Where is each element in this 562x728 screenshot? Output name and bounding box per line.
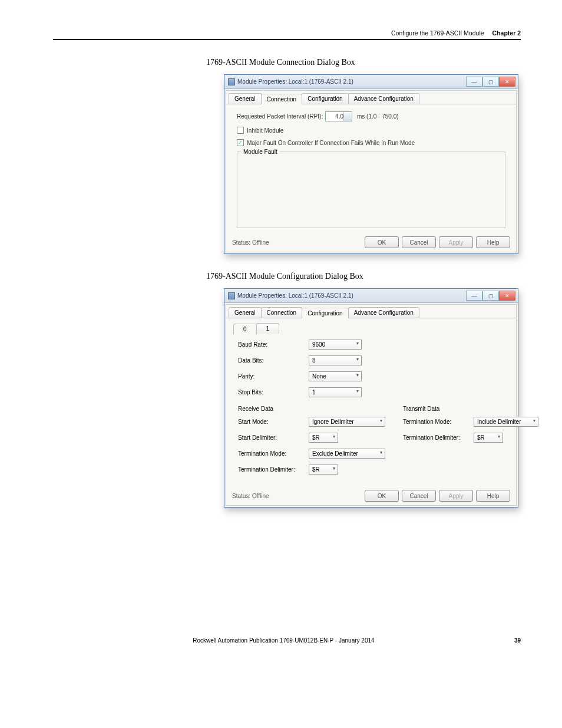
startmode-value: Ignore Delimiter	[312, 419, 354, 425]
titlebar-2[interactable]: Module Properties: Local:1 (1769-ASCII 2…	[224, 289, 518, 303]
configuration-dialog: Module Properties: Local:1 (1769-ASCII 2…	[224, 288, 518, 508]
rx-termmode-value: Exclude Delimiter	[312, 450, 358, 457]
cancel-button-2[interactable]: Cancel	[402, 490, 436, 502]
tx-termdelim-label: Termination Delimiter:	[403, 434, 474, 441]
page-header: Configure the 1769-ASCII Module Chapter …	[53, 29, 521, 40]
close-button[interactable]: ✕	[499, 77, 515, 87]
tab-strip-2: General Connection Configuration Advance…	[226, 305, 516, 318]
tx-termmode-select[interactable]: Include Delimiter	[474, 417, 538, 427]
tab-advance[interactable]: Advance Configuration	[348, 93, 419, 104]
apply-button[interactable]: Apply	[439, 236, 473, 248]
startmode-select[interactable]: Ignore Delimiter	[309, 417, 385, 427]
rx-termdelim-value: $R	[312, 466, 320, 473]
figure2-title: 1769-ASCII Module Configuration Dialog B…	[206, 272, 521, 281]
receive-header: Receive Data	[238, 406, 385, 412]
startdelim-value: $R	[312, 434, 320, 441]
header-chapter: Chapter 2	[492, 29, 521, 37]
databits-value: 8	[312, 357, 316, 364]
rpi-label: Requested Packet Interval (RPI):	[237, 113, 325, 120]
app-icon	[228, 292, 235, 299]
minimize-button-2[interactable]: —	[466, 291, 482, 301]
modulefault-legend: Module Fault	[241, 149, 280, 155]
modulefault-group: Module Fault	[237, 151, 505, 228]
minimize-button[interactable]: —	[466, 77, 482, 87]
page-footer: Rockwell Automation Publication 1769-UM0…	[53, 637, 521, 644]
rx-termdelim-label: Termination Delimiter:	[238, 466, 309, 473]
tx-termmode-label: Termination Mode:	[403, 419, 474, 425]
tab-advance-2[interactable]: Advance Configuration	[348, 307, 419, 318]
baud-select[interactable]: 9600	[309, 340, 362, 350]
page-number: 39	[514, 637, 521, 644]
status-text-2: Status: Offline	[232, 493, 269, 499]
status-text: Status: Offline	[232, 239, 269, 246]
baud-label: Baud Rate:	[238, 341, 309, 348]
startdelim-label: Start Delimiter:	[238, 434, 309, 441]
baud-value: 9600	[312, 341, 325, 348]
databits-select[interactable]: 8	[309, 355, 362, 365]
inhibit-checkbox[interactable]	[237, 127, 244, 134]
rx-termmode-select[interactable]: Exclude Delimiter	[309, 449, 385, 459]
window-title: Module Properties: Local:1 (1769-ASCII 2…	[237, 78, 353, 85]
publication-info: Rockwell Automation Publication 1769-UM0…	[193, 637, 374, 644]
help-button-2[interactable]: Help	[476, 490, 510, 502]
tab-connection-2[interactable]: Connection	[261, 307, 303, 318]
tab-general[interactable]: General	[229, 93, 262, 104]
subtab-0[interactable]: 0	[233, 324, 257, 334]
majorfault-checkbox[interactable]: ✓	[237, 139, 244, 146]
startmode-label: Start Mode:	[238, 419, 309, 425]
header-title: Configure the 1769-ASCII Module	[391, 29, 484, 37]
rpi-value: 4.0	[335, 113, 343, 120]
close-button-2[interactable]: ✕	[499, 291, 515, 301]
tab-configuration-2[interactable]: Configuration	[302, 308, 348, 318]
cancel-button[interactable]: Cancel	[402, 236, 436, 248]
maximize-button[interactable]: ▢	[482, 77, 499, 87]
transmit-header: Transmit Data	[403, 406, 538, 412]
tx-termdelim-value: $R	[477, 434, 485, 441]
rpi-range: ms (1.0 - 750.0)	[357, 113, 399, 120]
startdelim-select[interactable]: $R	[309, 433, 338, 443]
databits-label: Data Bits:	[238, 357, 309, 364]
tab-strip: General Connection Configuration Advance…	[226, 91, 516, 104]
channel-subtabs: 0 1	[226, 318, 516, 334]
ok-button-2[interactable]: OK	[365, 490, 399, 502]
parity-label: Parity:	[238, 373, 309, 380]
figure1-title: 1769-ASCII Module Connection Dialog Box	[206, 58, 521, 67]
tab-connection[interactable]: Connection	[261, 94, 303, 104]
apply-button-2[interactable]: Apply	[439, 490, 473, 502]
ok-button[interactable]: OK	[365, 236, 399, 248]
tx-termdelim-select[interactable]: $R	[474, 433, 503, 443]
rpi-spinner[interactable]: 4.0	[325, 111, 352, 121]
inhibit-label: Inhibit Module	[247, 127, 283, 134]
tab-general-2[interactable]: General	[229, 307, 262, 318]
titlebar[interactable]: Module Properties: Local:1 (1769-ASCII 2…	[224, 75, 518, 89]
parity-value: None	[312, 373, 326, 380]
maximize-button-2[interactable]: ▢	[482, 291, 499, 301]
help-button[interactable]: Help	[476, 236, 510, 248]
app-icon	[228, 78, 235, 85]
stopbits-value: 1	[312, 389, 316, 396]
connection-dialog: Module Properties: Local:1 (1769-ASCII 2…	[224, 74, 518, 254]
tab-configuration[interactable]: Configuration	[302, 93, 348, 104]
rx-termdelim-select[interactable]: $R	[309, 465, 338, 475]
subtab-1[interactable]: 1	[256, 323, 280, 334]
stopbits-select[interactable]: 1	[309, 387, 362, 397]
rx-termmode-label: Termination Mode:	[238, 450, 309, 457]
parity-select[interactable]: None	[309, 371, 362, 381]
stopbits-label: Stop Bits:	[238, 389, 309, 396]
window-title-2: Module Properties: Local:1 (1769-ASCII 2…	[237, 292, 353, 299]
majorfault-label: Major Fault On Controller If Connection …	[247, 140, 415, 146]
tx-termmode-value: Include Delimiter	[477, 419, 521, 425]
